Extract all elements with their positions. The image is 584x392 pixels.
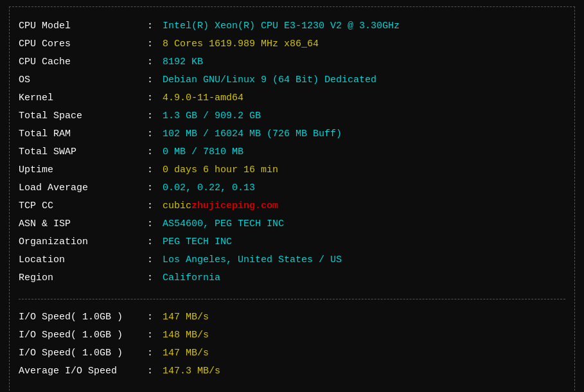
io-section: I/O Speed( 1.0GB ) : 147 MB/sI/O Speed( … — [19, 305, 565, 387]
row-colon: : — [147, 217, 157, 232]
row-label: Average I/O Speed — [19, 364, 147, 379]
row-label: Organization — [19, 235, 147, 250]
info-row: Load Average : 0.02, 0.22, 0.13 — [19, 181, 565, 196]
row-value: 0.02, 0.22, 0.13 — [163, 181, 255, 196]
info-row: CPU Cache : 8192 KB — [19, 55, 565, 70]
row-value: 102 MB / 16024 MB (726 MB Buff) — [163, 127, 342, 142]
row-label: Total Space — [19, 109, 147, 124]
row-value: Los Angeles, United States / US — [163, 253, 342, 268]
row-value: 147.3 MB/s — [163, 364, 220, 379]
row-value: AS54600, PEG TECH INC — [163, 217, 284, 232]
info-row: Location : Los Angeles, United States / … — [19, 253, 565, 268]
row-value: 8192 KB — [163, 55, 203, 70]
row-colon: : — [147, 163, 157, 178]
row-value: 147 MB/s — [163, 346, 209, 361]
row-label: TCP CC — [19, 199, 147, 214]
info-row: Total RAM : 102 MB / 16024 MB (726 MB Bu… — [19, 127, 565, 142]
row-colon: : — [147, 19, 157, 34]
row-value: 0 days 6 hour 16 min — [163, 163, 278, 178]
row-colon: : — [147, 127, 157, 142]
section-divider — [19, 299, 565, 299]
row-label: Location — [19, 253, 147, 268]
row-colon: : — [147, 109, 157, 124]
watermark-text: zhujiceping.com — [191, 200, 278, 211]
row-value: 4.9.0-11-amd64 — [163, 91, 243, 106]
row-value: Debian GNU/Linux 9 (64 Bit) Dedicated — [163, 73, 376, 88]
row-label: Total SWAP — [19, 145, 147, 160]
row-value: cubiczhujiceping.com — [163, 199, 278, 214]
row-colon: : — [147, 346, 157, 361]
row-value: California — [163, 271, 220, 286]
row-label: Total RAM — [19, 127, 147, 142]
info-row: Average I/O Speed : 147.3 MB/s — [19, 364, 565, 379]
info-row: OS : Debian GNU/Linux 9 (64 Bit) Dedicat… — [19, 73, 565, 88]
row-colon: : — [147, 145, 157, 160]
row-label: OS — [19, 73, 147, 88]
info-row: Total Space : 1.3 GB / 909.2 GB — [19, 109, 565, 124]
row-label: CPU Model — [19, 19, 147, 34]
row-label: I/O Speed( 1.0GB ) — [19, 328, 147, 343]
row-colon: : — [147, 181, 157, 196]
row-value: 1.3 GB / 909.2 GB — [163, 109, 261, 124]
info-row: Region : California — [19, 271, 565, 286]
info-row: I/O Speed( 1.0GB ) : 148 MB/s — [19, 328, 565, 343]
row-label: CPU Cache — [19, 55, 147, 70]
row-label: CPU Cores — [19, 37, 147, 52]
row-label: Uptime — [19, 163, 147, 178]
row-label: I/O Speed( 1.0GB ) — [19, 310, 147, 325]
row-label: Region — [19, 271, 147, 286]
info-row: Organization : PEG TECH INC — [19, 235, 565, 250]
row-colon: : — [147, 199, 157, 214]
row-colon: : — [147, 91, 157, 106]
row-value: 148 MB/s — [163, 328, 209, 343]
row-colon: : — [147, 37, 157, 52]
row-value: 147 MB/s — [163, 310, 209, 325]
main-container: CPU Model : Intel(R) Xeon(R) CPU E3-1230… — [9, 6, 575, 392]
row-colon: : — [147, 310, 157, 325]
row-value: 0 MB / 7810 MB — [163, 145, 243, 160]
row-colon: : — [147, 73, 157, 88]
info-row: Kernel : 4.9.0-11-amd64 — [19, 91, 565, 106]
system-section: CPU Model : Intel(R) Xeon(R) CPU E3-1230… — [19, 13, 565, 294]
info-row: I/O Speed( 1.0GB ) : 147 MB/s — [19, 310, 565, 325]
row-colon: : — [147, 364, 157, 379]
row-colon: : — [147, 271, 157, 286]
info-row: ASN & ISP : AS54600, PEG TECH INC — [19, 217, 565, 232]
row-label: Load Average — [19, 181, 147, 196]
row-value: 8 Cores 1619.989 MHz x86_64 — [163, 37, 319, 52]
row-label: Kernel — [19, 91, 147, 106]
info-row: Uptime : 0 days 6 hour 16 min — [19, 163, 565, 178]
info-row: CPU Model : Intel(R) Xeon(R) CPU E3-1230… — [19, 19, 565, 34]
row-colon: : — [147, 55, 157, 70]
info-row: Total SWAP : 0 MB / 7810 MB — [19, 145, 565, 160]
info-row: I/O Speed( 1.0GB ) : 147 MB/s — [19, 346, 565, 361]
row-value: PEG TECH INC — [163, 235, 232, 250]
row-label: I/O Speed( 1.0GB ) — [19, 346, 147, 361]
info-row: TCP CC : cubiczhujiceping.com — [19, 199, 565, 214]
info-row: CPU Cores : 8 Cores 1619.989 MHz x86_64 — [19, 37, 565, 52]
row-value: Intel(R) Xeon(R) CPU E3-1230 V2 @ 3.30GH… — [163, 19, 400, 34]
row-colon: : — [147, 328, 157, 343]
row-label: ASN & ISP — [19, 217, 147, 232]
row-colon: : — [147, 253, 157, 268]
row-colon: : — [147, 235, 157, 250]
